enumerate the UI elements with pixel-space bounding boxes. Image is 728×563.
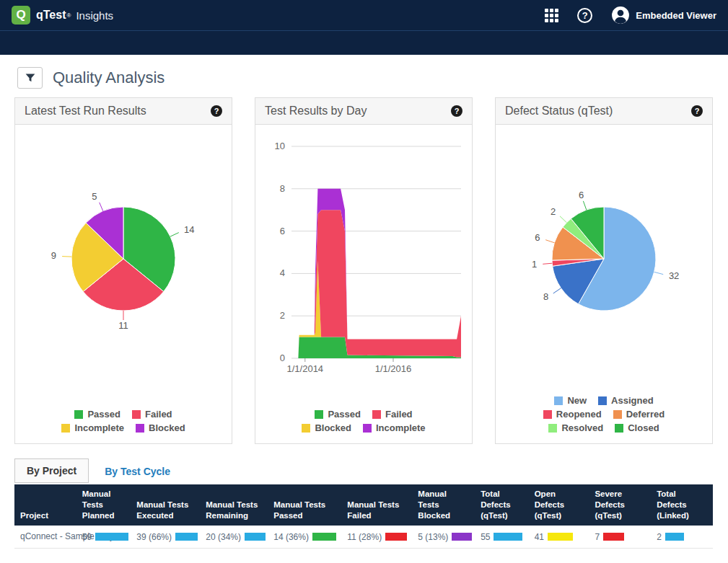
x-axis-label: 1/1/2014	[286, 363, 323, 374]
legend-item-incomplete[interactable]: Incomplete	[61, 422, 124, 433]
y-axis-label: 10	[275, 141, 285, 151]
card-latest-test-run-results: Latest Test Run Results ? 141195 PassedF…	[14, 97, 232, 444]
help-glyph: ?	[582, 10, 588, 21]
legend-label: Passed	[87, 409, 120, 420]
chart-legend: NewAssignedReopenedDeferredResolvedClose…	[496, 392, 712, 433]
metric-value: 11 (28%)	[347, 532, 382, 542]
charts-row: Latest Test Run Results ? 141195 PassedF…	[0, 94, 728, 444]
user-menu[interactable]: Embedded Viewer	[611, 6, 716, 25]
card-test-results-by-day: Test Results by Day ? 02468101/1/20141/1…	[255, 97, 473, 444]
legend-item-assigned[interactable]: Assigned	[598, 395, 654, 406]
metric-cell: 41	[529, 526, 589, 548]
legend-row: PassedFailed	[15, 409, 232, 420]
column-header: Total Defects (Linked)	[651, 484, 713, 526]
card-title: Latest Test Run Results	[25, 105, 146, 118]
metric-bar	[452, 533, 472, 541]
legend-label: Deferred	[626, 409, 665, 420]
card-help-icon[interactable]: ?	[691, 105, 703, 117]
metric-bar	[494, 533, 522, 541]
filter-button[interactable]	[17, 67, 43, 89]
card-header: Latest Test Run Results ?	[15, 98, 232, 125]
pie-value-label: 2	[551, 206, 556, 217]
page-title: Quality Analysis	[53, 68, 165, 87]
metric-value: 7	[595, 532, 600, 542]
card-help-icon[interactable]: ?	[211, 105, 222, 117]
legend-swatch	[615, 424, 623, 433]
y-axis-label: 2	[280, 310, 285, 321]
metric-cell: 2	[651, 526, 713, 548]
user-name-label: Embedded Viewer	[636, 10, 716, 21]
card-body: 141195 PassedFailedIncompleteBlocked	[15, 125, 232, 443]
legend-row: PassedFailed	[255, 409, 472, 420]
legend-item-blocked[interactable]: Blocked	[302, 422, 351, 433]
legend-item-blocked[interactable]: Blocked	[136, 422, 185, 433]
area-chart-test-results-by-day[interactable]: 02468101/1/20141/1/2016	[255, 125, 472, 377]
legend-swatch	[315, 410, 323, 419]
legend-swatch	[543, 410, 552, 419]
legend-item-failed[interactable]: Failed	[132, 409, 172, 420]
pie-chart-defect-status[interactable]: 3281626	[496, 125, 712, 377]
grid-dot	[545, 9, 548, 12]
metric-bar	[603, 533, 624, 541]
grid-dot	[545, 14, 548, 17]
label-connector	[654, 272, 664, 274]
metric-value: 20 (34%)	[206, 532, 241, 542]
label-connector	[560, 216, 566, 223]
tab-by-test-cycle[interactable]: By Test Cycle	[93, 460, 182, 483]
legend-label: Blocked	[149, 422, 185, 433]
metric-cell: 39 (66%)	[131, 526, 200, 548]
quality-analysis-page: { "ui": { "help_glyph": "?" }, "navbar":…	[0, 0, 728, 563]
pie-chart-test-run-results[interactable]: 141195	[15, 125, 232, 377]
label-connector	[553, 288, 561, 293]
label-connector	[170, 233, 179, 237]
column-header: Total Defects (qTest)	[475, 484, 529, 526]
card-body: 3281626 NewAssignedReopenedDeferredResol…	[496, 125, 712, 443]
column-header: Manual Tests Blocked	[412, 484, 475, 526]
legend-item-closed[interactable]: Closed	[615, 422, 659, 433]
secondary-navbar	[0, 30, 728, 55]
legend-label: Blocked	[315, 422, 351, 433]
card-title: Test Results by Day	[265, 105, 367, 118]
legend-item-resolved[interactable]: Resolved	[548, 422, 603, 433]
chart-legend: PassedFailedBlockedIncomplete	[255, 406, 472, 433]
card-title: Defect Status (qTest)	[505, 105, 613, 118]
metric-value: 5 (13%)	[418, 532, 448, 542]
help-icon[interactable]: ?	[577, 8, 592, 23]
legend-item-passed[interactable]: Passed	[315, 409, 361, 420]
legend-label: Closed	[628, 422, 659, 433]
pie-value-label: 5	[92, 191, 97, 202]
column-header: Project	[14, 484, 76, 526]
legend-swatch	[372, 410, 381, 419]
metric-bar	[175, 533, 198, 541]
label-connector	[545, 240, 554, 243]
legend-item-deferred[interactable]: Deferred	[613, 409, 665, 420]
project-name-link[interactable]: qConnect - Sample Project	[14, 526, 76, 548]
qtest-logo-icon: Q	[12, 6, 30, 25]
legend-item-failed[interactable]: Failed	[372, 409, 413, 420]
metric-cell: 55	[475, 526, 529, 548]
label-connector	[100, 203, 103, 211]
pie-value-label: 6	[535, 232, 540, 243]
metric-bar	[548, 533, 573, 541]
card-help-icon[interactable]: ?	[451, 105, 462, 117]
legend-item-new[interactable]: New	[554, 395, 587, 406]
pie-value-label: 9	[51, 250, 56, 261]
table-row: qConnect - Sample Project5939 (66%)20 (3…	[14, 526, 713, 548]
legend-label: New	[567, 395, 587, 406]
legend-item-reopened[interactable]: Reopened	[543, 409, 602, 420]
legend-label: Resolved	[561, 422, 603, 433]
legend-swatch	[363, 424, 372, 433]
legend-swatch	[598, 396, 607, 405]
legend-swatch	[613, 410, 622, 419]
metric-cell: 7	[589, 526, 651, 548]
grid-dot	[550, 19, 553, 22]
metric-value: 55	[481, 532, 490, 542]
legend-item-incomplete[interactable]: Incomplete	[363, 422, 426, 433]
apps-grid-icon[interactable]	[545, 9, 558, 22]
logo-letter: Q	[16, 8, 25, 22]
tab-by-project[interactable]: By Project	[14, 458, 89, 483]
legend-item-passed[interactable]: Passed	[74, 409, 120, 420]
grid-dot	[550, 9, 553, 12]
legend-row: BlockedIncomplete	[255, 422, 472, 433]
column-header: Severe Defects (qTest)	[589, 484, 651, 526]
